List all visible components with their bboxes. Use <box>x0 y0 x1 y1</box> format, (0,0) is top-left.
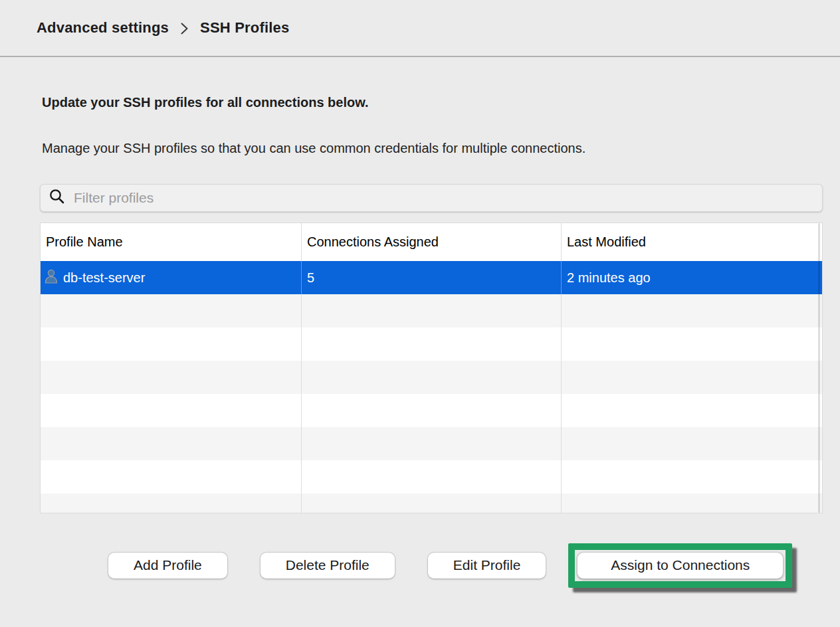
search-icon <box>49 188 66 208</box>
table-row-empty <box>41 493 822 513</box>
annotation-highlight-box: Assign to Connections <box>568 543 792 588</box>
table-scrollbar[interactable] <box>818 223 820 513</box>
table-row-empty <box>41 294 822 327</box>
table-header-row: Profile Name Connections Assigned Last M… <box>41 223 822 261</box>
chevron-right-icon <box>179 20 189 36</box>
toolbar: Add Profile Delete Profile Edit Profile … <box>108 543 840 587</box>
column-header-profile-name[interactable]: Profile Name <box>41 223 301 261</box>
breadcrumb-item-ssh-profiles: SSH Profiles <box>200 19 289 37</box>
filter-profiles-box <box>40 184 823 212</box>
column-header-connections-assigned[interactable]: Connections Assigned <box>301 223 561 261</box>
breadcrumb-item-advanced-settings[interactable]: Advanced settings <box>37 19 169 37</box>
table-row-empty <box>41 460 822 493</box>
add-profile-button[interactable]: Add Profile <box>108 552 228 579</box>
filter-profiles-input[interactable] <box>74 190 814 206</box>
last-modified-cell: 2 minutes ago <box>561 261 822 294</box>
profiles-table: Profile Name Connections Assigned Last M… <box>40 223 823 513</box>
profile-name-cell: db-test-server <box>41 261 301 294</box>
assign-to-connections-button[interactable]: Assign to Connections <box>577 552 784 579</box>
profile-name-text: db-test-server <box>63 270 145 286</box>
edit-profile-button[interactable]: Edit Profile <box>427 552 547 579</box>
connections-assigned-cell: 5 <box>301 261 561 294</box>
header-bar: Advanced settings SSH Profiles <box>0 0 840 57</box>
table-row-empty <box>41 394 822 427</box>
table-row-db-test-server[interactable]: db-test-server 5 2 minutes ago <box>41 261 822 294</box>
breadcrumb: Advanced settings SSH Profiles <box>37 19 289 37</box>
table-row-empty <box>41 361 822 394</box>
table-row-empty <box>41 327 822 361</box>
delete-profile-button[interactable]: Delete Profile <box>260 552 395 579</box>
intro-heading: Update your SSH profiles for all connect… <box>42 95 840 110</box>
column-header-last-modified[interactable]: Last Modified <box>561 223 822 261</box>
intro-description: Manage your SSH profiles so that you can… <box>42 141 840 156</box>
person-icon <box>43 268 60 288</box>
table-row-empty <box>41 427 822 460</box>
